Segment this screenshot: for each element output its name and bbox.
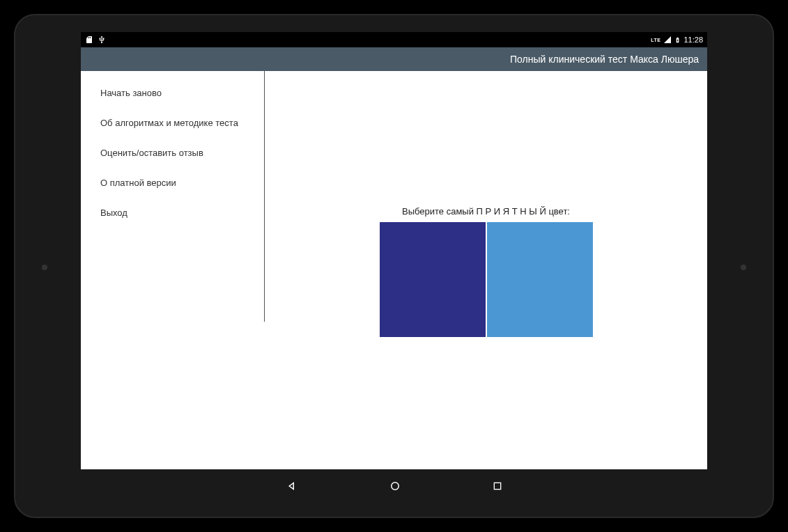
main-area: Выберите самый П Р И Я Т Н Ы Й цвет:: [265, 71, 707, 469]
color-swatch-right[interactable]: [487, 222, 593, 337]
color-row: [380, 222, 593, 337]
device-camera-left: [42, 265, 47, 270]
sidebar-item-label: Оценить/оставить отзыв: [100, 148, 203, 158]
sidebar-item-restart[interactable]: Начать заново: [81, 78, 265, 108]
sidebar-item-label: Выход: [100, 208, 128, 218]
sidebar-item-paid-version[interactable]: О платной версии: [81, 168, 265, 198]
svg-rect-1: [494, 483, 500, 489]
status-time: 11:28: [683, 36, 703, 44]
screen: LTE 11:28 Полный клинический тест Макса …: [81, 32, 707, 469]
sidebar-item-label: Об алгоритмах и методике теста: [100, 118, 238, 128]
prompt-text: Выберите самый П Р И Я Т Н Ы Й цвет:: [402, 206, 570, 217]
nav-back-icon[interactable]: [286, 480, 298, 492]
android-nav-bar: [81, 474, 707, 499]
app-title: Полный клинический тест Макса Люшера: [510, 54, 699, 65]
app-bar: Полный клинический тест Макса Люшера: [81, 47, 707, 71]
status-right: LTE 11:28: [651, 36, 703, 45]
sidebar-item-rate[interactable]: Оценить/оставить отзыв: [81, 138, 265, 168]
status-bar: LTE 11:28: [81, 32, 707, 47]
sidebar-item-label: Начать заново: [100, 88, 162, 98]
nav-recent-icon[interactable]: [492, 480, 503, 492]
sidebar-item-exit[interactable]: Выход: [81, 198, 265, 228]
nav-home-icon[interactable]: [389, 480, 401, 492]
lte-label: LTE: [651, 38, 660, 42]
svg-point-0: [391, 483, 399, 490]
signal-icon: [663, 36, 672, 44]
sidebar-item-label: О платной версии: [100, 178, 176, 188]
device-frame: LTE 11:28 Полный клинический тест Макса …: [0, 0, 788, 532]
sd-card-icon: [85, 36, 93, 44]
status-left: [85, 36, 106, 44]
sidebar: Начать заново Об алгоритмах и методике т…: [81, 71, 265, 469]
battery-charging-icon: [674, 36, 681, 45]
color-swatch-left[interactable]: [380, 222, 486, 337]
sidebar-item-about-algorithms[interactable]: Об алгоритмах и методике теста: [81, 108, 265, 138]
content: Начать заново Об алгоритмах и методике т…: [81, 71, 707, 469]
device-camera-right: [741, 265, 746, 270]
usb-icon: [98, 36, 106, 44]
